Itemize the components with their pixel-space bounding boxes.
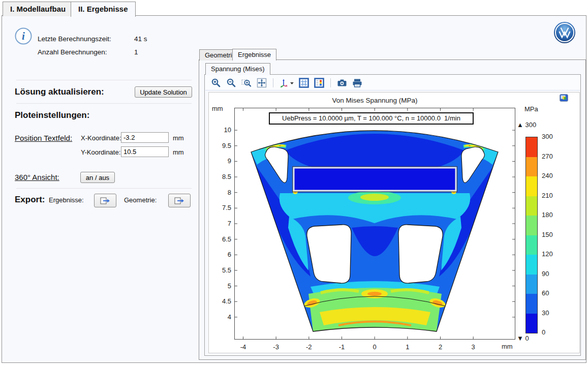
x-tick-label: -2 <box>299 343 319 351</box>
colorbar-tick-label: 120 <box>542 250 562 258</box>
view-orientation-icon[interactable] <box>279 77 294 88</box>
fem-stress-plot <box>234 108 515 340</box>
export-results-label: Ergebnisse: <box>49 196 84 204</box>
y-tick-label: 5 <box>211 282 231 290</box>
y-tick-label: 7.5 <box>211 204 231 211</box>
colorbar-segment <box>526 255 537 274</box>
view-360-toggle-button[interactable]: an / aus <box>80 172 115 183</box>
divider <box>16 80 192 80</box>
computation-count-label: Anzahl Berechnungen: <box>38 48 107 56</box>
tab-spannung-mises[interactable]: Spannung (Mises) <box>205 63 270 75</box>
colorbar-tick-label: 240 <box>542 172 562 179</box>
colorbar-tick-label: 300 <box>542 133 562 140</box>
computation-count-value: 1 <box>134 48 138 56</box>
plot-window-icon[interactable] <box>560 94 568 102</box>
update-solution-heading: Lösung aktualisieren: <box>15 87 104 97</box>
y-tick-label: 6.5 <box>211 235 231 243</box>
y-tick-label: 8 <box>211 189 231 196</box>
vw-logo <box>553 21 576 44</box>
divider <box>16 188 192 189</box>
colorbar-segment <box>526 137 537 157</box>
zoom-out-icon[interactable] <box>226 77 237 88</box>
view-360-label: 360° Ansicht: <box>15 173 59 181</box>
x-unit-label: mm <box>173 134 184 142</box>
colorbar-segment <box>526 274 537 294</box>
x-tick-label: 2 <box>430 343 451 351</box>
colorbar-tick-label: 210 <box>542 192 562 199</box>
plot-settings-heading: Ploteinstellungen: <box>15 110 89 120</box>
main-panel: i Letzte Berechnungszeit: 41 s Anzahl Be… <box>2 15 586 363</box>
ergebnisse-panel: Spannung (Mises) <box>199 59 586 360</box>
tab-ergebnisse[interactable]: II. Ergebnisse <box>71 2 136 17</box>
colorbar-segment <box>526 294 537 314</box>
plot-toolbar <box>205 75 580 90</box>
colorbar-segment <box>526 176 537 196</box>
colorbar-max-marker: ▲ 300 <box>517 121 536 129</box>
colorbar-tick-label: 30 <box>542 309 562 317</box>
tab-ergebnisse-plot[interactable]: Ergebnisse <box>232 49 276 60</box>
snapshot-icon[interactable] <box>336 77 348 88</box>
x-coordinate-label: X-Koordinate: <box>81 134 121 142</box>
divider <box>16 103 192 104</box>
colorbar-tick-label: 60 <box>542 289 562 297</box>
x-axis-unit: mm <box>502 343 513 350</box>
export-icon <box>100 196 111 205</box>
zoom-box-icon[interactable] <box>241 77 252 88</box>
tab-modellaufbau[interactable]: I. Modellaufbau <box>3 2 73 16</box>
textfield-position-label: Position Textfeld: <box>15 134 72 142</box>
export-geometry-label: Geometrie: <box>124 196 157 204</box>
colorbar-unit: MPa <box>524 105 538 113</box>
y-tick-label: 5.5 <box>211 266 231 274</box>
y-unit-label: mm <box>173 148 184 156</box>
y-coordinate-field[interactable] <box>121 146 169 157</box>
colorbar-segment <box>526 196 537 216</box>
colorbar-tick-label: 150 <box>542 231 562 238</box>
export-geometry-button[interactable] <box>168 194 191 207</box>
y-tick-label: 4 <box>211 313 231 321</box>
show-grid-icon[interactable] <box>298 77 310 88</box>
info-icon: i <box>15 27 32 45</box>
colorbar-tick-label: 270 <box>542 152 562 160</box>
zoom-extents-icon[interactable] <box>256 77 267 88</box>
y-tick-label: 9.5 <box>211 142 231 149</box>
y-tick-label: 8.5 <box>211 173 231 180</box>
colorbar-segment <box>526 314 537 333</box>
x-tick-label: -4 <box>233 343 253 351</box>
plot-annotation: UebPress = 10.0000 µm, T = 100.000 °C, n… <box>269 112 474 125</box>
y-tick-label: 9 <box>211 157 231 165</box>
colorbar-tick-label: 180 <box>542 211 562 219</box>
y-tick-label: 6 <box>211 251 231 258</box>
y-tick-label: 7 <box>211 220 231 227</box>
toolbar-separator <box>330 78 331 87</box>
toolbar-separator <box>273 78 273 87</box>
x-coordinate-field[interactable] <box>121 132 169 143</box>
x-tick-label: 1 <box>397 343 418 351</box>
spannung-panel: Von Mises Spannung (MPa) mm mm <box>204 74 581 356</box>
colorbar-segment <box>526 216 537 235</box>
y-coordinate-label: Y-Koordinate: <box>81 148 120 156</box>
show-legend-icon[interactable] <box>314 77 325 88</box>
export-results-button[interactable] <box>94 194 116 207</box>
svg-text:i: i <box>22 30 25 42</box>
plot-title: Von Mises Spannung (MPa) <box>234 97 515 104</box>
print-icon[interactable] <box>352 77 363 88</box>
colorbar <box>525 137 538 333</box>
y-tick-label: 10 <box>211 126 231 134</box>
last-computation-label: Letzte Berechnungszeit: <box>38 35 111 43</box>
zoom-in-icon[interactable] <box>210 77 222 88</box>
x-tick-label: 3 <box>463 343 483 351</box>
colorbar-segment <box>526 157 537 177</box>
colorbar-tick-label: 0 <box>542 328 562 336</box>
plot-canvas[interactable]: Von Mises Spannung (MPa) mm mm <box>208 92 580 353</box>
x-tick-label: -1 <box>331 343 352 351</box>
y-axis-unit: mm <box>212 105 223 112</box>
export-icon <box>174 196 185 205</box>
x-tick-label: -3 <box>266 343 286 351</box>
y-tick-label: 4.5 <box>211 297 231 305</box>
last-computation-value: 41 s <box>134 35 147 43</box>
export-heading: Export: <box>15 195 45 205</box>
update-solution-button[interactable]: Update Solution <box>135 86 192 98</box>
app-window: I. Modellaufbau II. Ergebnisse i Letzte … <box>0 0 588 366</box>
x-tick-label: 0 <box>364 343 385 351</box>
colorbar-min-marker: ▼ 0 <box>517 334 529 342</box>
